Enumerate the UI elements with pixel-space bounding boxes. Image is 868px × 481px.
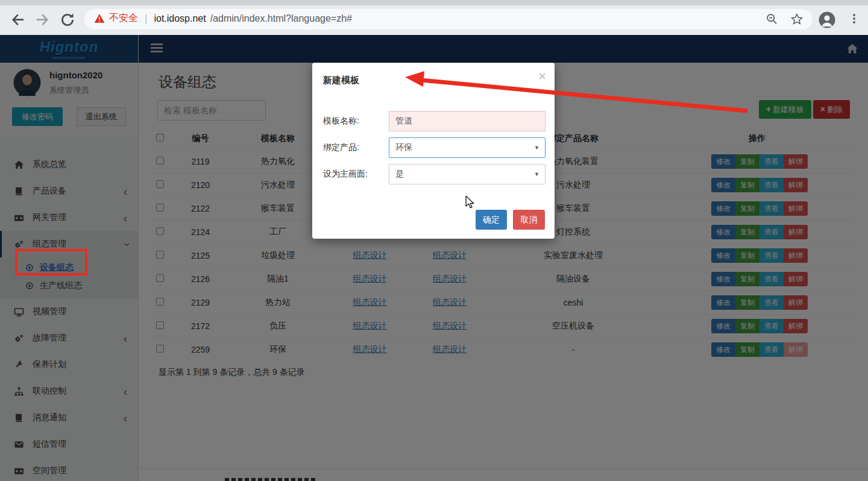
main-screen-select[interactable]: 是 ▼ [389,164,546,184]
url-path: /admin/index.html?language=zh# [210,13,352,24]
security-chip[interactable]: 不安全 | iot.idosp.net/admin/index.html?lan… [94,12,352,25]
cancel-button[interactable]: 取消 [513,210,545,230]
modal-close-icon[interactable]: × [538,70,546,83]
bookmark-star-icon[interactable] [790,13,804,26]
browser-reload-icon[interactable] [60,12,75,28]
profile-avatar-icon[interactable] [819,11,835,28]
confirm-button[interactable]: 确定 [476,210,507,230]
field-label-template-name: 模板名称: [323,116,359,127]
field-label-bound-product: 绑定产品: [323,142,359,153]
chevron-down-icon: ▼ [534,171,539,177]
security-label: 不安全 [109,12,138,25]
browser-chrome: 不安全 | iot.idosp.net/admin/index.html?lan… [0,0,868,35]
browser-menu-kebab-icon[interactable] [848,13,860,25]
bound-product-select[interactable]: 环保 ▼ [389,137,546,158]
url-domain: iot.idosp.net [154,13,206,24]
template-name-input[interactable] [389,111,546,131]
warning-icon [94,13,105,24]
modal-title: 新建模板 [323,75,359,86]
browser-forward-icon[interactable] [35,12,51,28]
new-template-modal: 新建模板 × 模板名称: 绑定产品: 环保 ▼ 设为主画面: 是 ▼ 确定 取消 [312,63,555,239]
field-label-main-screen: 设为主画面: [323,169,368,180]
chevron-down-icon: ▼ [534,145,539,151]
annotation-red-box [15,249,87,275]
zoom-out-icon[interactable] [766,13,778,25]
url-separator: | [145,13,147,25]
browser-back-icon[interactable] [10,12,25,28]
